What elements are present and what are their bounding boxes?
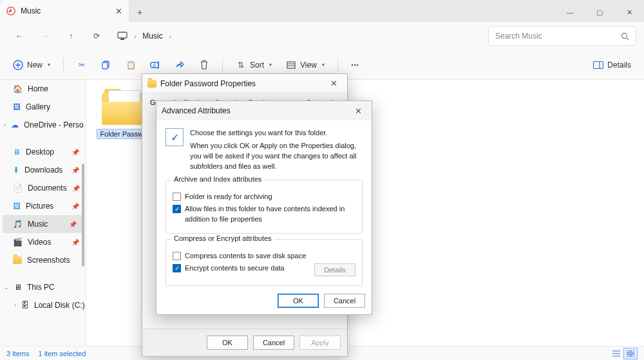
properties-close-button[interactable]: ✕ xyxy=(325,77,342,91)
properties-cancel-button[interactable]: Cancel xyxy=(253,336,294,350)
index-checkbox-row[interactable]: ✓ Allow files in this folder to have con… xyxy=(173,204,355,224)
encrypt-checkbox[interactable]: ✓ xyxy=(173,264,181,272)
more-button[interactable]: ⋯ xyxy=(346,55,365,75)
breadcrumb[interactable]: › Music › xyxy=(117,32,171,41)
adv-close-button[interactable]: ✕ xyxy=(350,104,366,118)
pin-icon-4: 📌 xyxy=(71,203,79,210)
sidebar-item-documents[interactable]: 📄Documents📌 xyxy=(0,179,86,197)
adv-cancel-button[interactable]: Cancel xyxy=(324,294,365,308)
folder-icon-small xyxy=(147,80,156,88)
folder-icon xyxy=(13,256,22,264)
share-icon xyxy=(175,60,185,70)
svg-rect-22 xyxy=(631,354,634,357)
forward-button[interactable]: → xyxy=(33,26,57,46)
separator xyxy=(63,58,64,72)
group2-label: Compress or Encrypt attributes xyxy=(171,234,274,242)
properties-titlebar[interactable]: Folder Password Properties ✕ xyxy=(142,74,347,93)
pin-icon-6: 📌 xyxy=(71,239,79,246)
maximize-button[interactable]: ▢ xyxy=(585,3,614,22)
share-button[interactable] xyxy=(169,55,190,75)
tab-label: Music xyxy=(21,6,41,15)
music-icon-side: 🎵 xyxy=(13,220,23,229)
sidebar-scrollbar[interactable] xyxy=(82,164,84,267)
view-thumb-button[interactable] xyxy=(623,348,638,359)
sidebar-item-thispc[interactable]: ⌄🖥This PC xyxy=(0,278,86,296)
new-label: New xyxy=(27,61,43,70)
back-button[interactable]: ← xyxy=(8,26,31,46)
caret-right-icon-2[interactable]: › xyxy=(14,302,16,308)
pin-icon-5: 📌 xyxy=(69,221,77,228)
svg-text:A: A xyxy=(153,63,156,68)
trash-icon xyxy=(199,60,209,70)
archive-index-group: Archive and Index attributes Folder is r… xyxy=(166,180,363,234)
drive-icon: 🗄 xyxy=(21,301,29,310)
view-list-button[interactable] xyxy=(609,348,623,359)
pin-icon-2: 📌 xyxy=(71,167,79,174)
new-button[interactable]: New ▾ xyxy=(8,55,55,75)
cut-button[interactable]: ✂ xyxy=(71,55,92,75)
close-window-button[interactable]: ✕ xyxy=(614,3,644,22)
breadcrumb-current[interactable]: Music xyxy=(142,32,162,41)
tab-music[interactable]: Music ✕ xyxy=(0,0,129,22)
rename-button[interactable]: A xyxy=(145,55,166,75)
view-switch xyxy=(609,348,638,359)
sidebar-item-downloads[interactable]: ⬇Downloads📌 xyxy=(0,161,86,179)
sidebar-item-gallery[interactable]: 🖼Gallery xyxy=(0,98,86,116)
sidebar-item-music[interactable]: 🎵Music📌 xyxy=(3,215,83,233)
details-pane-button[interactable]: Details xyxy=(588,55,636,75)
paste-icon: 📋 xyxy=(126,60,136,70)
encrypt-checkbox-row[interactable]: ✓ Encrypt contents to secure data Detail… xyxy=(173,263,355,276)
sidebar-item-desktop[interactable]: 🖥Desktop📌 xyxy=(0,143,86,161)
archive-label: Folder is ready for archiving xyxy=(185,192,272,202)
details-label: Details xyxy=(607,61,631,70)
paste-button[interactable]: 📋 xyxy=(120,55,141,75)
compress-checkbox[interactable] xyxy=(173,252,181,260)
checkmark-box-icon: ✓ xyxy=(166,128,184,146)
encrypt-details-button[interactable]: Details xyxy=(314,263,355,276)
sidebar-item-cdrive[interactable]: ›🗄Local Disk (C:) xyxy=(0,296,86,314)
svg-rect-20 xyxy=(631,350,634,353)
separator-3 xyxy=(337,58,338,72)
sidebar-item-home[interactable]: 🏠Home xyxy=(0,80,86,98)
chevron-down-icon: ▾ xyxy=(48,62,50,68)
advanced-attributes-dialog: Advanced Attributes ✕ ✓ Choose the setti… xyxy=(156,100,372,315)
cloud-icon: ☁ xyxy=(11,120,19,129)
up-button[interactable]: ↑ xyxy=(59,26,82,46)
new-tab-button[interactable]: + xyxy=(129,3,151,22)
caret-down-icon[interactable]: ⌄ xyxy=(4,284,9,290)
copy-button[interactable] xyxy=(96,55,117,75)
delete-button[interactable] xyxy=(194,55,214,75)
compress-encrypt-group: Compress or Encrypt attributes Compress … xyxy=(166,239,363,286)
minimize-button[interactable]: — xyxy=(555,3,585,22)
refresh-button[interactable]: ⟳ xyxy=(85,26,108,46)
properties-ok-button[interactable]: OK xyxy=(207,336,248,350)
sidebar-item-onedrive[interactable]: ›☁OneDrive - Perso xyxy=(0,116,86,134)
titlebar: Music ✕ + — ▢ ✕ xyxy=(0,0,644,22)
view-button[interactable]: View ▾ xyxy=(281,55,330,75)
pin-icon-3: 📌 xyxy=(72,185,80,192)
chevron-down-icon-2: ▾ xyxy=(269,62,272,68)
view-icon xyxy=(286,60,296,70)
adv-titlebar[interactable]: Advanced Attributes ✕ xyxy=(156,101,372,120)
index-checkbox[interactable]: ✓ xyxy=(173,205,181,213)
tab-close-icon[interactable]: ✕ xyxy=(115,6,122,16)
details-icon xyxy=(593,60,603,70)
archive-checkbox[interactable] xyxy=(173,193,181,201)
sidebar-item-pictures[interactable]: 🖼Pictures📌 xyxy=(0,197,86,215)
sidebar-item-videos[interactable]: 🎬Videos📌 xyxy=(0,233,86,251)
properties-apply-button[interactable]: Apply xyxy=(299,336,341,350)
compress-checkbox-row[interactable]: Compress contents to save disk space xyxy=(173,251,355,261)
caret-right-icon[interactable]: › xyxy=(4,122,6,128)
new-plus-icon xyxy=(13,60,23,70)
search-icon xyxy=(621,32,629,41)
adv-heading-1: Choose the settings you want for this fo… xyxy=(190,128,363,138)
sort-label: Sort xyxy=(250,61,264,70)
compress-label: Compress contents to save disk space xyxy=(185,251,306,261)
svg-rect-21 xyxy=(627,354,630,357)
search-input[interactable]: Search Music xyxy=(488,26,636,46)
sidebar-item-screenshots[interactable]: Screenshots xyxy=(0,251,86,269)
sort-button[interactable]: ⇅ Sort ▾ xyxy=(231,55,277,75)
archive-checkbox-row[interactable]: Folder is ready for archiving xyxy=(173,192,355,202)
properties-title: Folder Password Properties xyxy=(160,79,256,88)
adv-ok-button[interactable]: OK xyxy=(278,294,319,308)
